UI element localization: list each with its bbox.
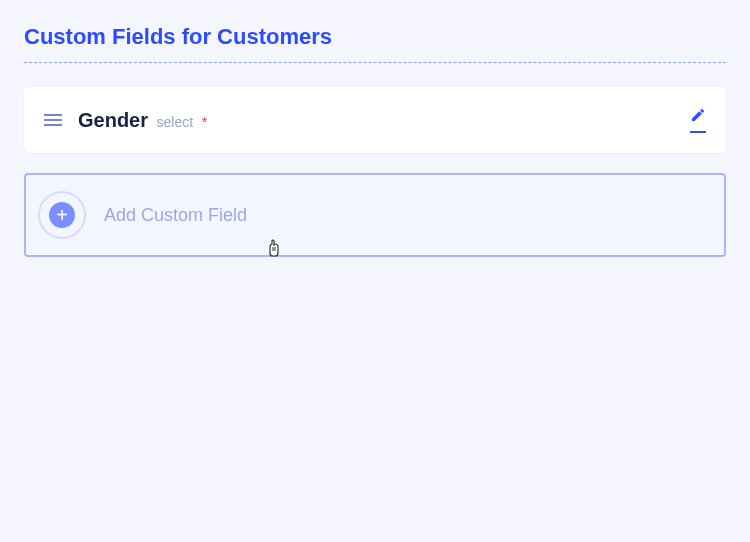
field-name: Gender <box>78 109 148 131</box>
drag-handle-icon[interactable] <box>44 113 62 127</box>
field-info: Gender select * <box>78 109 207 132</box>
page-title: Custom Fields for Customers <box>24 24 726 63</box>
add-custom-field-button[interactable]: + Add Custom Field <box>24 173 726 257</box>
required-indicator: * <box>202 113 208 130</box>
edit-button[interactable] <box>690 107 706 133</box>
custom-field-row: Gender select * <box>24 87 726 153</box>
plus-circle-icon: + <box>38 191 86 239</box>
add-field-label: Add Custom Field <box>104 205 247 226</box>
plus-icon: + <box>49 202 75 228</box>
pencil-icon <box>690 107 706 133</box>
field-type: select <box>156 114 193 130</box>
